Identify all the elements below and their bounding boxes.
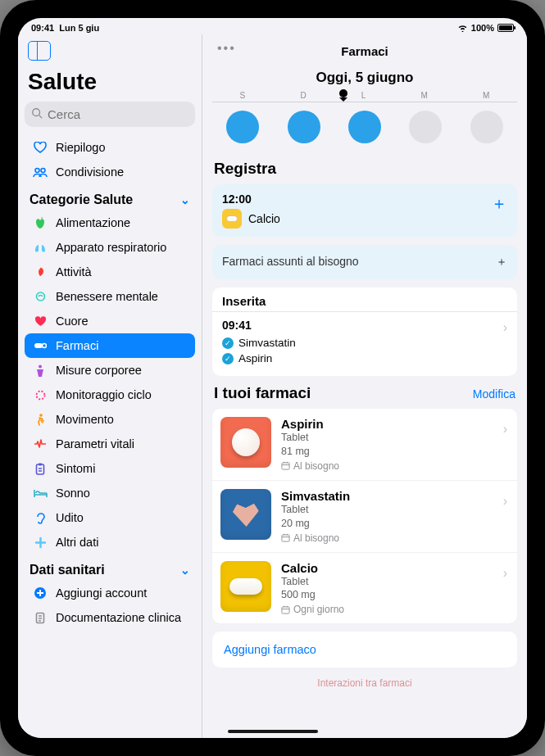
flame-icon [33, 266, 48, 278]
sidebar-item-label: Cuore [56, 315, 89, 328]
sidebar-item-benessere-mentale[interactable]: Benessere mentale [25, 284, 195, 309]
svg-point-7 [43, 344, 47, 348]
walk-icon [33, 414, 48, 426]
lungs-icon [33, 242, 48, 253]
day-dot[interactable] [288, 111, 320, 143]
weekday-label: M [483, 91, 489, 100]
bed-icon [33, 489, 48, 498]
vitals-icon [33, 439, 48, 449]
records-title: Dati sanitari [30, 563, 105, 577]
sidebar-item-altri-dati[interactable]: Altri dati [25, 530, 195, 555]
sidebar-item-udito[interactable]: Udito [25, 505, 195, 530]
med-dose: 20 mg [281, 517, 509, 531]
plus-icon [33, 536, 48, 549]
plus-icon[interactable]: ＋ [491, 192, 507, 215]
logged-time: 09:41 [222, 319, 507, 332]
sidebar-toggle-button[interactable] [28, 41, 51, 61]
med-name: Aspirin [281, 417, 509, 431]
sidebar-item-sonno[interactable]: Sonno [25, 481, 195, 505]
sidebar-item-attività[interactable]: Attività [25, 260, 195, 284]
sidebar-item-aggiungi-account[interactable]: Aggiungi account [25, 581, 195, 605]
med-form: Tablet [281, 431, 509, 445]
med-name: Calcio [281, 561, 509, 575]
sidebar-item-misure-corporee[interactable]: Misure corporee [25, 358, 195, 383]
categories-header[interactable]: Categorie Salute ⌄ [25, 184, 195, 211]
chevron-right-icon: › [503, 494, 507, 509]
add-med-button[interactable]: Aggiungi farmaco [212, 632, 517, 668]
sidebar-item-label: Benessere mentale [56, 290, 158, 303]
svg-rect-12 [39, 463, 42, 465]
med-schedule: Al bisogno [281, 460, 509, 472]
schedule-time: 12:00 [222, 192, 507, 206]
records-header[interactable]: Dati sanitari ⌄ [25, 555, 195, 581]
sidebar-item-label: Documentazione clinica [56, 611, 181, 624]
svg-rect-6 [34, 343, 43, 348]
your-meds-title: I tuoi farmaci [214, 384, 311, 402]
med-dose: 81 mg [281, 445, 509, 459]
med-schedule: Ogni giorno [281, 604, 509, 615]
sidebar-item-movimento[interactable]: Movimento [25, 407, 195, 432]
svg-point-3 [35, 168, 39, 172]
logged-header: Inserita [212, 287, 517, 312]
edit-link[interactable]: Modifica [473, 387, 515, 401]
sidebar-item-condivisione[interactable]: Condivisione [25, 160, 195, 184]
svg-point-4 [41, 168, 45, 172]
sidebar-item-monitoraggio-ciclo[interactable]: Monitoraggio ciclo [25, 383, 195, 407]
body-icon [33, 364, 48, 377]
sidebar-item-apparato-respiratorio[interactable]: Apparato respiratorio [25, 235, 195, 260]
svg-rect-17 [282, 607, 289, 613]
sidebar-item-riepilogo[interactable]: Riepilogo [25, 135, 195, 160]
svg-point-0 [33, 108, 40, 115]
day-dot[interactable] [470, 111, 503, 143]
weekday-label: M [421, 91, 428, 100]
plus-icon[interactable]: ＋ [496, 255, 507, 269]
sidebar: Salute RiepilogoCondivisione Categorie S… [18, 34, 202, 738]
med-schedule: Al bisogno [281, 532, 509, 544]
svg-rect-16 [282, 535, 289, 541]
med-thumb [220, 489, 271, 540]
week-dots-row[interactable] [212, 102, 517, 155]
sidebar-item-cuore[interactable]: Cuore [25, 309, 195, 333]
schedule-card[interactable]: ＋ 12:00 Calcio [212, 184, 517, 237]
calendar-icon [281, 605, 290, 614]
heart-outline-icon [33, 142, 48, 153]
logged-card[interactable]: › 09:41 ✓Simvastatin✓Aspirin [212, 312, 517, 376]
status-time: 09:41 [31, 23, 54, 33]
sidebar-item-farmaci[interactable]: Farmaci [25, 333, 195, 358]
status-date: Lun 5 giu [59, 23, 99, 33]
schedule-med: Calcio [248, 212, 280, 225]
check-icon: ✓ [222, 353, 234, 364]
day-dot[interactable] [348, 111, 381, 143]
med-item[interactable]: Simvastatin Tablet 20 mg Al bisogno › [212, 481, 517, 553]
day-dot[interactable] [409, 111, 442, 143]
sidebar-item-documentazione-clinica[interactable]: Documentazione clinica [25, 605, 195, 630]
med-item[interactable]: Calcio Tablet 500 mg Ogni giorno › [212, 553, 517, 624]
heart-icon [33, 316, 48, 327]
page-title: Farmaci [212, 44, 517, 58]
search-input[interactable] [48, 107, 202, 121]
sidebar-item-label: Parametri vitali [56, 437, 134, 450]
sidebar-item-label: Misure corporee [56, 364, 142, 377]
svg-rect-15 [282, 463, 289, 469]
logged-med: ✓Aspirin [222, 351, 507, 366]
home-indicator[interactable] [228, 730, 318, 733]
med-form: Tablet [281, 503, 509, 517]
sidebar-item-label: Riepilogo [56, 141, 105, 154]
med-form: Tablet [281, 575, 509, 589]
weekday-label: S [240, 91, 246, 100]
sidebar-item-sintomi[interactable]: Sintomi [25, 456, 195, 481]
day-dot[interactable] [226, 111, 259, 143]
sidebar-item-parametri-vitali[interactable]: Parametri vitali [25, 432, 195, 456]
med-item[interactable]: Aspirin Tablet 81 mg Al bisogno › [212, 409, 517, 481]
weekday-label: L [361, 91, 366, 100]
med-thumb [220, 417, 271, 468]
sidebar-item-label: Udito [56, 511, 84, 524]
as-needed-card[interactable]: Farmaci assunti al bisogno ＋ [212, 245, 517, 279]
sidebar-item-label: Monitoraggio ciclo [56, 388, 152, 401]
search-field[interactable] [25, 102, 195, 127]
apple-icon [33, 217, 48, 229]
med-name: Simvastatin [281, 489, 509, 503]
sidebar-item-label: Farmaci [56, 339, 98, 352]
svg-point-5 [36, 292, 44, 301]
sidebar-item-alimentazione[interactable]: Alimentazione [25, 211, 195, 235]
